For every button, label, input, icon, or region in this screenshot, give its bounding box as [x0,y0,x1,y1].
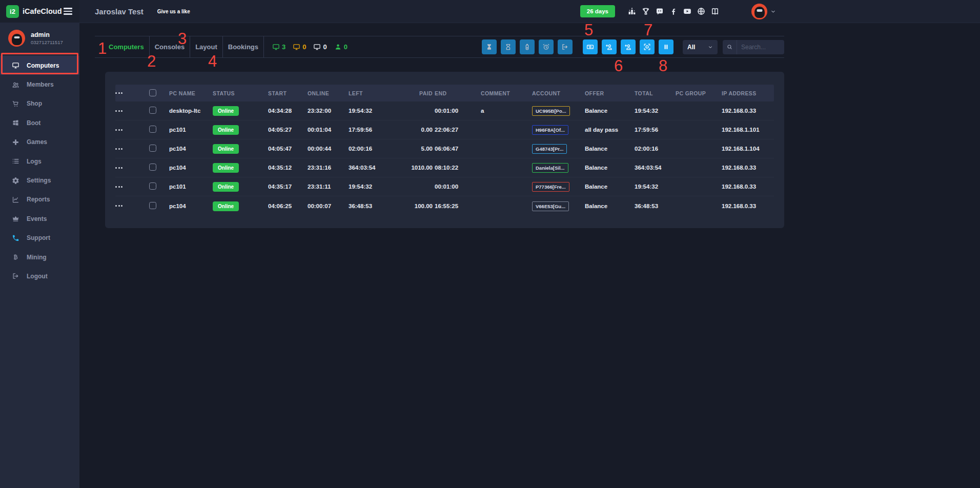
chevron-down-icon[interactable] [770,9,776,14]
trophy-icon[interactable] [641,7,650,16]
column-header-comment[interactable]: COMMENT [481,90,510,96]
sidebar-item-mining[interactable]: Mining [0,248,79,267]
sidebar-item-logout[interactable]: Logout [0,267,79,286]
hourglass-outline-button[interactable] [501,39,516,54]
sidebar-item-computers[interactable]: Computers [0,56,79,75]
hamburger-menu-icon[interactable] [64,8,72,14]
column-header-status[interactable]: STATUS [213,90,235,96]
tab-computers[interactable]: Computers [95,36,149,57]
sidebar-item-logs[interactable]: Logs [0,152,79,171]
pc-name: pc104 [169,203,186,209]
row-checkbox[interactable] [149,145,156,152]
column-header-paid[interactable]: PAID [419,90,435,96]
row-checkbox[interactable] [149,182,156,190]
account-cell: G48743[Pr... [532,146,567,152]
account-badge[interactable]: UC995B[Po... [532,106,570,116]
tab-bookings[interactable]: Bookings [223,36,263,57]
status-badge: Online [213,163,239,173]
sidebar-item-support[interactable]: Support [0,229,79,248]
sidebar-item-events[interactable]: Events [0,209,79,228]
row-checkbox[interactable] [149,126,156,133]
pause-button[interactable] [659,39,673,54]
table-row: desktop-ltcOnline04:34:2823:32:0019:54:3… [115,101,774,120]
counter-value: 0 [323,43,326,51]
column-header-ip-address[interactable]: IP ADDRESS [722,90,757,96]
table-row: pc104Online04:06:2500:00:0736:48:53100.0… [115,196,774,215]
row-checkbox-cell [136,145,156,153]
sidebar-item-label: Support [27,234,50,241]
brand-logo: i2 [6,5,19,18]
cell-start: 04:06:25 [268,203,292,209]
filter-select[interactable]: All [683,40,718,54]
cell-start: 04:35:17 [268,184,292,190]
account-badge[interactable]: V66E53[Gu... [532,201,569,211]
row-menu-button[interactable] [115,205,122,207]
hourglass-filled-button[interactable] [482,39,497,54]
battery-button[interactable] [520,39,535,54]
search-input[interactable] [737,44,784,51]
counter-1: 0 [293,43,306,51]
sidebar-item-label: Boot [27,119,40,127]
sidebar-item-reports[interactable]: Reports [0,190,79,209]
user-plus-2-button[interactable] [621,39,636,54]
youtube-icon[interactable] [683,7,692,16]
column-header-total[interactable]: TOTAL [635,90,653,96]
alarm-button[interactable] [539,39,554,54]
row-menu-button[interactable] [115,148,122,150]
status-cell: Online [213,203,239,209]
status-badge: Online [213,201,239,211]
counter-value: 0 [302,43,306,51]
column-header-pc-name[interactable]: PC NAME [169,90,195,96]
sidebar-item-shop[interactable]: Shop [0,94,79,113]
select-all-checkbox[interactable] [149,89,156,96]
tab-layout[interactable]: Layout [190,36,222,57]
column-header-offer[interactable]: OFFER [585,90,604,96]
sign-out-button[interactable] [558,39,573,54]
row-checkbox[interactable] [149,164,156,171]
facebook-icon[interactable] [669,7,678,16]
sidebar-item-boot[interactable]: Boot [0,113,79,132]
row-checkbox[interactable] [149,107,156,114]
row-checkbox[interactable] [149,202,156,209]
table-row: pc104Online04:35:1223:31:16364:03:541010… [115,158,774,177]
column-header-left[interactable]: LEFT [349,90,363,96]
user-plus-icon [605,43,613,51]
cell-end: 08:10:22 [435,165,458,171]
row-menu-button[interactable] [115,110,122,112]
phone-icon [11,234,20,242]
cash-button[interactable] [583,39,598,54]
column-header-account[interactable]: ACCOUNT [532,90,560,96]
book-icon[interactable] [710,7,720,16]
sidebar-item-settings[interactable]: Settings [0,171,79,190]
cell-start: 04:35:12 [268,165,292,171]
row-menu-button[interactable] [115,129,122,131]
column-header-start[interactable]: START [268,90,287,96]
column-header-online[interactable]: ONLINE [308,90,329,96]
scan-button[interactable] [640,39,655,54]
globe-icon[interactable] [697,7,706,16]
give-us-a-like-link[interactable]: Give us a like [157,9,190,14]
pc-name: pc104 [169,165,186,171]
cell-offer: Balance [585,108,607,114]
row-menu-button[interactable] [115,167,122,169]
user-plus-button[interactable] [602,39,617,54]
sidebar-item-members[interactable]: Members [0,75,79,94]
row-menu-button[interactable] [115,186,122,188]
account-badge[interactable]: P77366[Fre... [532,182,569,192]
discord-icon[interactable] [655,7,664,16]
account-badge[interactable]: Daniela[Sil... [532,163,568,173]
header-menu-icon[interactable] [115,92,122,94]
sidebar-item-games[interactable]: Games [0,133,79,152]
column-header-end[interactable]: END [435,90,446,96]
account-badge[interactable]: H96F8A[Of... [532,125,568,135]
column-header-pc-group[interactable]: PC GROUP [676,90,706,96]
tab-consoles[interactable]: Consoles [150,36,190,57]
account-cell: H96F8A[Of... [532,127,568,133]
status-cell: Online [213,127,239,133]
ranking-icon[interactable] [627,7,637,16]
table-row: pc104Online04:05:4700:00:4402:00:165.000… [115,139,774,158]
days-remaining-button[interactable]: 26 days [580,5,615,17]
account-badge[interactable]: G48743[Pr... [532,144,567,154]
avatar[interactable] [751,4,767,19]
chart-icon [11,196,20,204]
